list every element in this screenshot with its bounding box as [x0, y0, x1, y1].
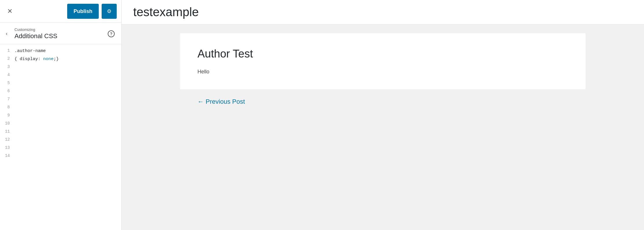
help-button[interactable]: ? — [107, 29, 116, 38]
back-button[interactable]: ‹ — [6, 30, 8, 36]
line-content-2: { display: none;} — [14, 55, 121, 63]
code-line-6: 6 — [0, 88, 121, 96]
preview-content-area: Author Test Hello ← Previous Post — [122, 25, 644, 230]
previous-post-link[interactable]: ← Previous Post — [197, 98, 245, 105]
line-number-7: 7 — [0, 96, 14, 103]
customizing-label: Customizing — [14, 27, 107, 32]
code-line-5: 5 — [0, 79, 121, 88]
left-panel: ✕ Publish ⚙ ‹ Customizing Additional CSS… — [0, 0, 122, 230]
line-number-8: 8 — [0, 104, 14, 111]
code-line-13: 13 — [0, 144, 121, 152]
line-content-1: .author-name — [14, 47, 121, 55]
site-title-bar: testexample — [122, 0, 644, 25]
code-line-11: 11 — [0, 128, 121, 136]
help-icon: ? — [108, 30, 115, 37]
post-body: Hello — [197, 69, 568, 75]
code-line-8: 8 — [0, 104, 121, 112]
section-header-content: Customizing Additional CSS — [14, 27, 107, 40]
line-number-4: 4 — [0, 71, 14, 79]
code-line-3: 3 — [0, 63, 121, 71]
site-title: testexample — [133, 5, 632, 19]
code-line: 1 .author-name — [0, 47, 121, 55]
close-button[interactable]: ✕ — [5, 6, 15, 16]
line-number-2: 2 — [0, 55, 14, 62]
code-line-4: 4 — [0, 71, 121, 79]
code-line-7: 7 — [0, 96, 121, 104]
code-line-12: 12 — [0, 136, 121, 144]
line-number-12: 12 — [0, 136, 14, 143]
section-title: Additional CSS — [14, 32, 107, 40]
line-number-14: 14 — [0, 152, 14, 159]
post-title: Author Test — [197, 48, 568, 60]
line-number-3: 3 — [0, 63, 14, 71]
line-number-10: 10 — [0, 120, 14, 127]
code-line-10: 10 — [0, 120, 121, 128]
line-number-13: 13 — [0, 144, 14, 151]
line-number-5: 5 — [0, 79, 14, 87]
code-editor[interactable]: 1 .author-name 2 { display: none;} 3 4 5… — [0, 44, 121, 230]
publish-button[interactable]: Publish — [67, 4, 99, 19]
gear-button[interactable]: ⚙ — [102, 4, 117, 19]
post-navigation: ← Previous Post — [180, 89, 586, 114]
line-number-9: 9 — [0, 112, 14, 119]
right-panel: testexample Author Test Hello ← Previous… — [122, 0, 644, 230]
section-header: ‹ Customizing Additional CSS ? — [0, 23, 121, 44]
line-number-6: 6 — [0, 88, 14, 95]
top-bar-actions: Publish ⚙ — [67, 4, 117, 19]
top-bar: ✕ Publish ⚙ — [0, 0, 121, 23]
code-line-9: 9 — [0, 112, 121, 120]
code-line: 2 { display: none;} — [0, 55, 121, 63]
post-card: Author Test Hello — [180, 33, 586, 89]
line-number-1: 1 — [0, 47, 14, 54]
line-number-11: 11 — [0, 128, 14, 135]
code-line-14: 14 — [0, 152, 121, 160]
